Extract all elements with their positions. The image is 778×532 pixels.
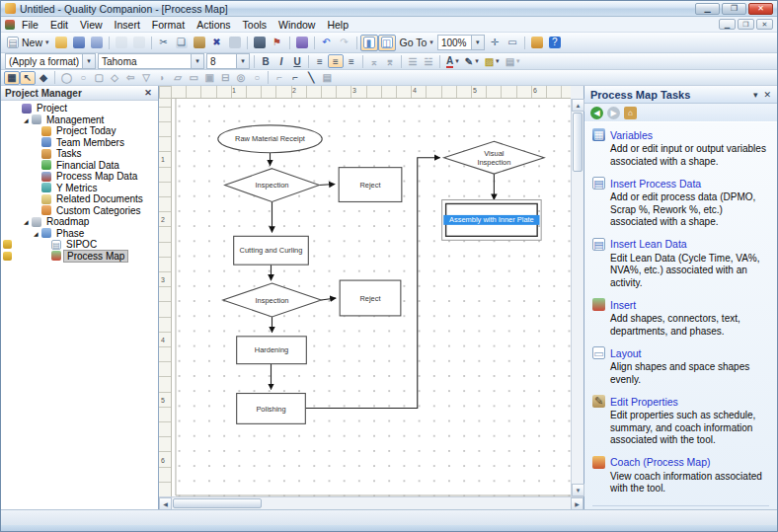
zoom-region-button[interactable]: ▭ [504,35,521,51]
tree-item-team-members[interactable]: Team Members [1,137,158,149]
zoom-combo[interactable]: 100%▾ [437,35,485,50]
canvas-vertical-scrollbar[interactable]: ▲ ▼ [571,99,584,496]
go-to-button[interactable]: Go To▾ [396,35,436,51]
menu-actions[interactable]: Actions [191,18,236,32]
flow-node-assembly-with-inner-plate[interactable]: Assembly with Inner Plate [442,199,542,240]
flow-node-polishing[interactable]: Polishing [237,394,306,424]
elbow-connector-button[interactable]: ⌐ [287,71,303,85]
import-shapes-button[interactable]: ◆ [36,71,51,85]
open-folder-button[interactable] [52,35,70,51]
fill-color-button[interactable]: ▨▾ [482,54,503,68]
help-button[interactable]: ? [546,35,564,51]
canvas-horizontal-scrollbar[interactable]: ◀ ▶ [159,496,584,509]
redo-button[interactable]: ↷ [336,35,353,51]
shape-delay-button[interactable]: ◗ [154,71,170,85]
vertical-scroll-thumb[interactable] [573,113,583,172]
flow-connector[interactable] [321,298,336,300]
flow-connector[interactable] [319,185,335,186]
department-button[interactable]: ⌐ [272,71,287,85]
flow-node-hardening[interactable]: Hardening [237,337,307,364]
back-icon[interactable]: ◀ [590,107,603,119]
tree-item-phase[interactable]: ◢Phase [1,228,158,240]
minimize-button[interactable]: ▁ [695,3,720,15]
scroll-down-icon[interactable]: ▼ [572,484,584,496]
flow-node-inspection[interactable]: Inspection [223,283,322,317]
shape-triangle-button[interactable]: ▽ [138,71,154,85]
tree-item-y-metrics[interactable]: Y Metrics [1,183,158,194]
bullet-list-button[interactable]: ☱ [421,54,436,68]
font-size-select[interactable]: 8 ▾ [206,53,250,69]
italic-button[interactable]: I [273,54,289,68]
forward-icon[interactable]: ▶ [607,107,620,119]
menu-insert[interactable]: Insert [109,18,146,32]
project-manager-close-button[interactable]: ✕ [142,88,154,98]
horizontal-scroll-thumb[interactable] [173,498,262,508]
underline-button[interactable]: U [289,54,305,68]
copy-button[interactable]: ❏ [173,35,191,51]
shape-connector-circle-button[interactable]: ○ [249,71,265,85]
tree-expander-icon[interactable]: ◢ [24,116,32,123]
menu-format[interactable]: Format [146,18,191,32]
maximize-button[interactable]: ❐ [722,3,746,15]
task-link-edit-properties[interactable]: ✎Edit Properties [592,395,769,408]
task-link-layout[interactable]: ▭Layout [592,346,769,359]
menu-help[interactable]: Help [321,18,354,32]
flow-node-reject[interactable]: Reject [340,280,401,316]
mdi-minimize-button[interactable]: ▁ [719,19,736,30]
follow-up-button[interactable]: ⚑ [269,35,286,51]
menu-tools[interactable]: Tools [237,18,273,32]
tree-item-custom-categories[interactable]: Custom Categories [1,205,158,217]
cut-button[interactable]: ✂ [155,35,173,51]
flow-node-visual-inspection[interactable]: VisualInspection [444,141,544,174]
apply-format-select[interactable]: (Apply a format) ▾ [5,53,96,69]
save-all-button[interactable] [88,35,106,51]
data-grid-button[interactable]: ▦ [4,71,20,85]
tree-item-project-today[interactable]: Project Today [1,125,158,137]
shape-rectangle-button[interactable]: ▢ [91,71,107,85]
shape-parallelogram-button[interactable]: ▱ [170,71,186,85]
select-cursor-button[interactable]: ↖ [20,71,36,85]
menu-view[interactable]: View [74,18,109,32]
panel-single-button[interactable]: ▮ [360,35,378,51]
shape-or-button[interactable]: ◎ [233,71,249,85]
tree-item-financial-data[interactable]: Financial Data [1,160,158,172]
font-color-button[interactable]: A▾ [443,54,462,68]
task-link-coach-process-map[interactable]: Coach (Process Map) [592,456,769,469]
tree-item-process-map[interactable]: Process Map [1,251,158,263]
drawing-canvas[interactable]: Raw Material ReceiptInspectionRejectCutt… [172,99,571,496]
tree-expander-icon[interactable]: ◢ [34,230,41,237]
tree-item-related-documents[interactable]: Related Documents [1,193,158,205]
panel-double-button[interactable]: ◫ [378,35,396,51]
menu-window[interactable]: Window [272,18,321,32]
shape-document-button[interactable]: ▭ [186,71,201,85]
delete-button[interactable]: ✖ [208,35,226,51]
find-button[interactable] [251,35,269,51]
scroll-up-icon[interactable]: ▲ [572,99,584,112]
tree-item-project[interactable]: Project [1,103,158,114]
flow-node-reject[interactable]: Reject [339,168,402,202]
align-left-button[interactable]: ≡ [312,54,328,68]
pan-button[interactable]: ✛ [486,35,504,51]
task-link-variables[interactable]: ▦Variables [592,128,769,141]
export-button[interactable] [113,35,130,51]
menu-file[interactable]: File [16,18,44,32]
align-bottom-button[interactable]: ⌆ [382,54,398,68]
shape-diamond-button[interactable]: ◇ [107,71,122,85]
paste-button[interactable] [191,35,208,51]
shape-process-button[interactable]: ⊟ [217,71,233,85]
tasks-panel-collapse-button[interactable]: ▾ [753,90,758,100]
align-top-button[interactable]: ⌅ [366,54,382,68]
bold-button[interactable]: B [258,54,273,68]
tasks-panel-close-button[interactable]: ✕ [763,90,771,100]
line-color-button[interactable]: ✎▾ [462,54,482,68]
flow-node-raw-material-receipt[interactable]: Raw Material Receipt [218,125,322,153]
task-link-insert-process-data[interactable]: ▤Insert Process Data [592,177,769,190]
save-button[interactable] [70,35,88,51]
tree-item-process-map-data[interactable]: Process Map Data [1,171,158,183]
shadow-color-button[interactable]: ▤▾ [503,54,523,68]
font-family-select[interactable]: Tahoma ▾ [98,53,204,69]
flow-node-inspection[interactable]: Inspection [225,169,320,202]
shape-block-arrow-button[interactable]: ⇦ [122,71,138,85]
home-icon[interactable]: ⌂ [624,107,637,119]
new-document-button[interactable]: ▤New▾ [4,35,52,51]
